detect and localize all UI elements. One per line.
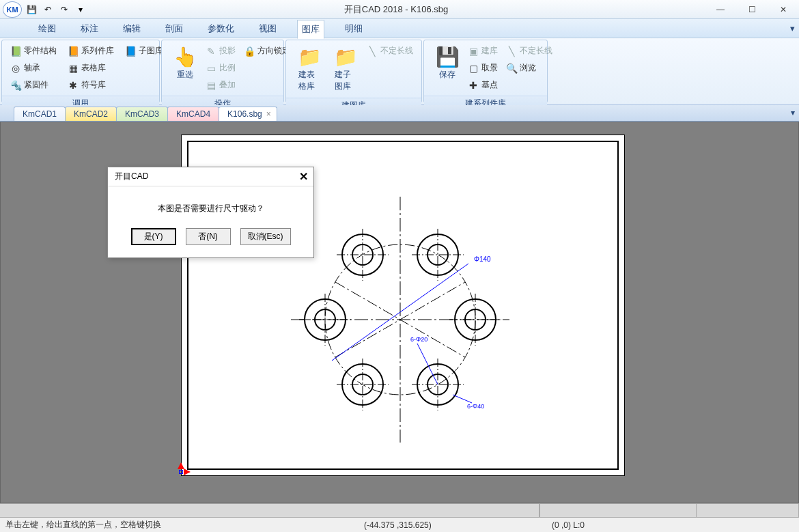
qat-dropdown-icon[interactable]: ▾ [74, 3, 87, 16]
ribbon-group-invoke: 📗零件结构 ◎轴承 🔩紧固件 📙系列件库 ▦表格库 ✱符号库 📘子图库 调用 [1, 40, 160, 103]
btn-build-tablelib[interactable]: 📁建表格库 [292, 43, 328, 95]
save-icon: 💾 [436, 46, 458, 68]
table-icon: ▦ [68, 63, 79, 74]
ribbon-group-operate: 👆重选 ✎投影 ▭比例 ▤叠加 🔒方向锁定 操作 [161, 40, 284, 103]
menu-library[interactable]: 图库 [297, 20, 324, 39]
svg-text:6-Φ40: 6-Φ40 [467, 403, 484, 410]
stack-icon: ▤ [206, 80, 216, 91]
btn-basepoint[interactable]: ✚基点 [465, 77, 501, 93]
tab-kmcad3[interactable]: KmCAD3 [116, 107, 168, 121]
dialog-close-icon[interactable]: ✕ [299, 170, 308, 183]
btn-fastener[interactable]: 🔩紧固件 [8, 77, 59, 93]
svg-line-33 [453, 395, 472, 403]
tab-kmcad1[interactable]: KmCAD1 [14, 107, 66, 121]
dialog-no-button[interactable]: 否(N) [186, 228, 231, 245]
document-tabs: KmCAD1 KmCAD2 KmCAD3 KmCAD4 K106.sbg× ▾ [0, 105, 799, 122]
btn-capture[interactable]: ▢取景 [465, 60, 501, 76]
maximize-button[interactable]: ☐ [736, 0, 768, 19]
btn-table-lib[interactable]: ▦表格库 [65, 60, 117, 76]
status-hint: 单击左键，给出直线的第一点，空格键切换 [0, 518, 167, 532]
minimize-button[interactable]: — [705, 0, 736, 19]
folder2-icon: 📁 [335, 46, 357, 68]
btn-save-lib[interactable]: 💾保存 [430, 43, 465, 83]
menu-detail[interactable]: 明细 [341, 20, 367, 38]
confirm-dialog: 开目CAD ✕ 本图是否需要进行尺寸驱动？ 是(Y) 否(N) 取消(Esc) [107, 167, 314, 258]
menubar: 绘图 标注 编辑 剖面 参数化 视图 图库 明细 ▾ [0, 19, 799, 38]
svg-text:6-Φ20: 6-Φ20 [410, 336, 427, 343]
app-logo[interactable]: KM [3, 1, 22, 18]
btn-indef-line[interactable]: ╲不定长线 [364, 43, 416, 59]
book2-icon: 📙 [68, 46, 79, 57]
titlebar: KM 💾 ↶ ↷ ▾ 开目CAD 2018 - K106.sbg — ☐ ✕ [0, 0, 799, 19]
dialog-cancel-button[interactable]: 取消(Esc) [240, 228, 291, 245]
symbol-icon: ✱ [68, 80, 79, 91]
btn-browse[interactable]: 🔍浏览 [503, 60, 555, 76]
menu-annotate[interactable]: 标注 [76, 20, 102, 38]
btn-build-lib[interactable]: ▣建库 [465, 43, 501, 59]
bearing-icon: ◎ [10, 63, 21, 74]
btn-scale[interactable]: ▭比例 [203, 60, 238, 76]
menu-parametric[interactable]: 参数化 [204, 20, 238, 38]
menu-view[interactable]: 视图 [255, 20, 281, 38]
tab-kmcad2[interactable]: KmCAD2 [65, 107, 117, 121]
cad-drawing: Φ140 6-Φ20 6-Φ40 [284, 190, 516, 449]
btn-overlay[interactable]: ▤叠加 [203, 77, 238, 93]
tab-k106[interactable]: K106.sbg× [219, 107, 277, 121]
menu-section[interactable]: 剖面 [161, 20, 187, 38]
menu-draw[interactable]: 绘图 [34, 20, 60, 38]
btn-project[interactable]: ✎投影 [203, 43, 238, 59]
book3-icon: 📘 [125, 46, 136, 57]
status-coord2: (0 ,0) L:0 [546, 519, 590, 531]
btn-sub-lib[interactable]: 📘子图库 [122, 43, 166, 59]
tab-close-icon[interactable]: × [266, 109, 271, 119]
ribbon: 📗零件结构 ◎轴承 🔩紧固件 📙系列件库 ▦表格库 ✱符号库 📘子图库 调用 👆… [0, 38, 799, 105]
svg-text:Φ140: Φ140 [474, 255, 491, 263]
window-title: 开目CAD 2018 - K106.sbg [87, 3, 705, 16]
status-coord1: (-44.375 ,315.625) [359, 519, 437, 531]
status-bar: 单击左键，给出直线的第一点，空格键切换 (-44.375 ,315.625) (… [0, 503, 799, 532]
ribbon-group-buildlib: 📁建表格库 📁建子图库 ╲不定长线 建图库 [285, 40, 422, 103]
folder-icon: 📁 [299, 46, 321, 68]
dialog-title: 开目CAD [115, 171, 148, 182]
newlib-icon: ▣ [468, 46, 479, 57]
doctabs-chevron-icon[interactable]: ▾ [791, 108, 795, 117]
menubar-chevron-icon[interactable]: ▾ [790, 23, 795, 33]
cross-icon: ✚ [468, 80, 479, 91]
redo-icon[interactable]: ↷ [57, 3, 71, 16]
book-icon: 📗 [10, 46, 21, 57]
btn-build-sublib[interactable]: 📁建子图库 [328, 43, 364, 95]
rect-icon: ▭ [206, 63, 216, 74]
line2-icon: ╲ [506, 46, 517, 57]
btn-symbol-lib[interactable]: ✱符号库 [65, 77, 117, 93]
capture-icon: ▢ [468, 63, 479, 74]
menu-edit[interactable]: 编辑 [119, 20, 145, 38]
line-icon: ╲ [367, 46, 378, 57]
hand-icon: 👆 [174, 46, 196, 68]
zoom-icon: 🔍 [506, 63, 517, 74]
undo-icon[interactable]: ↶ [41, 3, 55, 16]
dialog-yes-button[interactable]: 是(Y) [131, 228, 176, 245]
ribbon-group-series: 💾保存 ▣建库 ▢取景 ✚基点 ╲不定长线 🔍浏览 建系列件库 [423, 40, 548, 103]
dialog-message: 本图是否需要进行尺寸驱动？ [108, 186, 313, 224]
btn-bearing[interactable]: ◎轴承 [8, 60, 59, 76]
btn-indef-line2[interactable]: ╲不定长线 [503, 43, 555, 59]
close-button[interactable]: ✕ [768, 0, 799, 19]
btn-part-structure[interactable]: 📗零件结构 [8, 43, 59, 59]
lock-icon: 🔒 [244, 46, 255, 57]
btn-series-lib[interactable]: 📙系列件库 [65, 43, 117, 59]
bolt-icon: 🔩 [10, 80, 21, 91]
tab-kmcad4[interactable]: KmCAD4 [167, 107, 219, 121]
pencil-icon: ✎ [206, 46, 216, 57]
btn-reselect[interactable]: 👆重选 [167, 43, 203, 83]
save-icon[interactable]: 💾 [25, 3, 38, 16]
